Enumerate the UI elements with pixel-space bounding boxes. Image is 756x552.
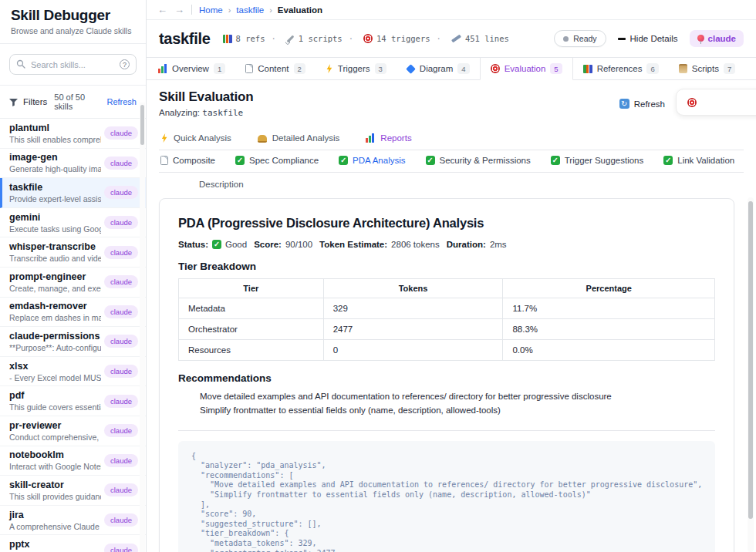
skill-list-item[interactable]: claude-permissions **Purpose**: Auto-con… (0, 327, 146, 357)
skill-name: pptx (9, 539, 101, 550)
skill-list-item[interactable]: pr-reviewer Conduct comprehensive, profe… (0, 416, 146, 446)
analyzer-tab[interactable]: Trigger Suggestions (551, 156, 644, 165)
tier-cell: Orchestrator (179, 319, 324, 340)
analyzer-tab[interactable]: Security & Permissions (426, 156, 531, 165)
analysis-mode-tab[interactable]: Detailed Analysis (258, 133, 340, 143)
skill-list-item[interactable]: plantuml This skill enables comprehensi.… (0, 119, 146, 149)
token-segment: Token Estimate: 2806 tokens (319, 240, 440, 249)
tab[interactable]: Diagram 4 (397, 58, 480, 79)
refresh-button[interactable]: Refresh (619, 99, 665, 109)
analyzer-tab[interactable]: Spec Compliance (235, 156, 319, 165)
sidebar-refresh-link[interactable]: Refresh (106, 97, 137, 106)
report-card: PDA (Progressive Disclosure Architecture… (159, 198, 734, 552)
analysis-mode-tab[interactable]: Quick Analysis (160, 133, 231, 143)
score-segment: Score: 90/100 (254, 240, 312, 249)
content-scrollbar-thumb[interactable] (748, 201, 753, 519)
sidebar-scrollbar[interactable] (140, 103, 145, 552)
tab-count-badge: 5 (550, 63, 562, 74)
skill-description: **Purpose**: Auto-configure C... (9, 343, 101, 352)
back-button[interactable]: ← (157, 5, 167, 15)
stat-icon (363, 34, 373, 43)
skill-list-item[interactable]: skill-creator This skill provides guidan… (0, 476, 146, 506)
section-label: Description (199, 180, 744, 189)
claude-badge: claude (104, 395, 138, 408)
tab[interactable]: Content 2 (235, 58, 316, 79)
skills-count: 50 of 50 skills (54, 93, 101, 111)
help-icon[interactable] (120, 59, 130, 69)
skill-description: Generate high-quality images ... (9, 164, 101, 173)
content-scrollbar[interactable] (748, 197, 754, 552)
percentage-cell: 11.7% (503, 298, 715, 319)
skill-list-item[interactable]: taskfile Provide expert-level assistanc.… (0, 178, 146, 208)
duration-segment: Duration: 2ms (447, 240, 507, 249)
analyzer-label: Link Validation (677, 156, 734, 165)
hide-details-button[interactable]: Hide Details (618, 34, 678, 43)
tab[interactable]: Overview 1 (148, 58, 235, 79)
duration-value: 2ms (490, 240, 507, 249)
skill-debugger-app: Skill Debugger Browse and analyze Claude… (0, 0, 756, 552)
skill-text: skill-creator This skill provides guidan… (9, 480, 101, 501)
skill-list-item[interactable]: image-gen Generate high-quality images .… (0, 149, 146, 179)
analyzer-icon (235, 156, 245, 165)
skill-list-item[interactable]: emdash-remover Replace em dashes in mark… (0, 298, 146, 328)
skill-list-item[interactable]: notebooklm Interact with Google Notebook… (0, 446, 146, 476)
analyzer-label: Composite (173, 156, 215, 165)
analyzing-label: Analyzing: (159, 108, 200, 117)
raw-json-output: { "analyzer": "pda_analysis", "recommend… (178, 441, 715, 552)
search-input[interactable] (31, 60, 114, 69)
stat-item: 1 scripts (265, 34, 342, 44)
forward-button[interactable]: → (174, 5, 184, 15)
tab[interactable]: References 6 (573, 58, 669, 79)
analyzer-icon (663, 156, 673, 165)
analyzer-tab[interactable]: Link Validation (663, 156, 734, 165)
mode-label: Detailed Analysis (272, 133, 340, 143)
app-subtitle: Browse and analyze Claude skills (11, 26, 135, 35)
recommendations-list: Move detailed examples and API documenta… (178, 390, 715, 418)
analysis-mode-tabs: Quick Analysis Detailed Analysis Reports (159, 129, 744, 150)
chevron-right-icon (269, 5, 272, 15)
skill-text: emdash-remover Replace em dashes in mark… (9, 301, 101, 322)
main-panel: ← → Home taskfile Evaluation taskfile 8 … (147, 0, 756, 552)
skill-list-item[interactable]: whisper-transcribe Transcribe audio and … (0, 237, 146, 268)
floating-target-button[interactable] (676, 89, 756, 116)
breadcrumb-skill[interactable]: taskfile (236, 5, 264, 15)
stat-text: 451 lines (465, 34, 509, 43)
status-badge[interactable]: Ready (554, 30, 606, 47)
duration-key: Duration: (447, 240, 486, 249)
claude-badge: claude (104, 365, 138, 378)
skill-name: pdf (9, 390, 101, 402)
analyzer-icon (160, 156, 168, 165)
skill-list-item[interactable]: xlsx - Every Excel model MUST be ... cla… (0, 357, 146, 387)
skill-name: skill-creator (9, 480, 101, 491)
filters-label[interactable]: Filters (23, 97, 47, 106)
analyzer-icon (426, 156, 435, 165)
top-navigation: ← → Home taskfile Evaluation (147, 0, 756, 20)
breadcrumb: Home taskfile Evaluation (199, 5, 322, 15)
tab[interactable]: Scripts 7 (669, 58, 745, 79)
score-key: Score: (254, 240, 282, 249)
tab-icon (583, 65, 592, 73)
model-badge-label: claude (708, 34, 736, 43)
analysis-mode-tab[interactable]: Reports (366, 133, 411, 143)
skill-text: prompt-engineer Create, manage, and exec… (9, 271, 101, 293)
tab[interactable]: Triggers 3 (316, 58, 397, 79)
tab-icon (158, 64, 167, 73)
skill-list-item[interactable]: gemini Execute tasks using Google's ... … (0, 208, 146, 238)
analyzer-tab[interactable]: PDA Analysis (339, 156, 405, 165)
breadcrumb-current: Evaluation (278, 5, 322, 15)
filter-icon[interactable] (9, 98, 18, 106)
tier-breakdown-title: Tier Breakdown (178, 261, 715, 272)
skill-list-item[interactable]: pdf This guide covers essential PD... cl… (0, 386, 146, 416)
skill-list-item[interactable]: jira A comprehensive Claude Code... clau… (0, 506, 146, 536)
analyzer-label: PDA Analysis (353, 156, 405, 165)
analyzer-tab[interactable]: Composite (160, 156, 215, 165)
tab[interactable]: Evaluation 5 (480, 58, 573, 80)
sidebar-scrollbar-thumb[interactable] (140, 105, 144, 145)
breadcrumb-home[interactable]: Home (199, 5, 223, 15)
skill-text: pptx A user may ask you to create, ... (9, 539, 101, 552)
skill-description: Execute tasks using Google's ... (9, 224, 101, 234)
skill-list-item[interactable]: prompt-engineer Create, manage, and exec… (0, 268, 146, 298)
skill-list-item[interactable]: pptx A user may ask you to create, ... c… (0, 535, 146, 552)
claude-badge: claude (104, 544, 138, 552)
tab-label: Diagram (420, 64, 453, 73)
